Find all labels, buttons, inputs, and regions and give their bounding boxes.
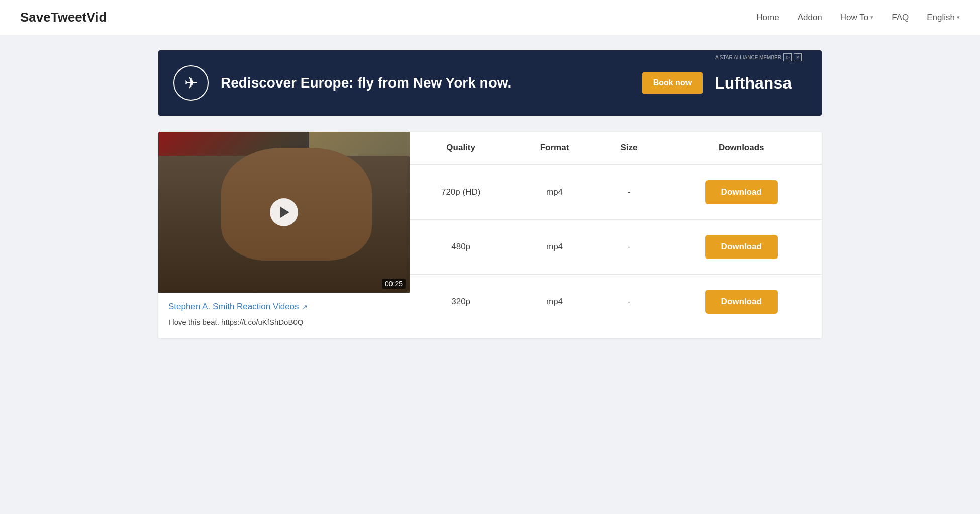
col-header-size: Size [597,132,661,164]
ad-info-icon[interactable]: ▷ [783,53,792,61]
cell-quality: 480p [410,220,512,275]
cell-download: Download [661,220,822,275]
external-link-icon: ↗ [302,303,308,311]
lufthansa-bird-icon: ✈ [184,73,198,93]
video-panel: 00:25 Stephen A. Smith Reaction Videos ↗… [158,132,410,338]
download-button-1[interactable]: Download [705,235,778,259]
cell-format: mp4 [512,275,597,329]
col-header-quality: Quality [410,132,512,164]
ad-top-right: A STAR ALLIANCE MEMBER ▷ ✕ [715,53,802,61]
video-title-link[interactable]: Stephen A. Smith Reaction Videos ↗ [168,302,400,312]
nav-howto[interactable]: How To ▾ [840,13,873,23]
download-button-0[interactable]: Download [705,180,778,204]
video-title: Stephen A. Smith Reaction Videos [168,302,299,312]
ad-close-icon[interactable]: ✕ [794,53,802,61]
col-header-format: Format [512,132,597,164]
cell-format: mp4 [512,164,597,220]
video-duration: 00:25 [382,279,406,289]
chevron-down-icon: ▾ [957,14,960,21]
cell-download: Download [661,275,822,329]
cell-format: mp4 [512,220,597,275]
ad-brand-name: Lufthansa [715,74,807,93]
cell-size: - [597,164,661,220]
star-alliance-text: A STAR ALLIANCE MEMBER [715,55,781,60]
download-table-panel: Quality Format Size Downloads 720p (HD) … [410,132,822,338]
cell-size: - [597,220,661,275]
cell-quality: 720p (HD) [410,164,512,220]
cell-size: - [597,275,661,329]
download-button-2[interactable]: Download [705,290,778,314]
cell-quality: 320p [410,275,512,329]
nav-english[interactable]: English ▾ [927,13,960,23]
video-face [221,148,372,261]
chevron-down-icon: ▾ [870,14,873,21]
download-table: Quality Format Size Downloads 720p (HD) … [410,132,822,329]
cell-download: Download [661,164,822,220]
table-row: 480p mp4 - Download [410,220,822,275]
ad-book-button[interactable]: Book now [642,72,703,94]
table-row: 320p mp4 - Download [410,275,822,329]
play-button[interactable] [270,198,298,226]
nav-addon[interactable]: Addon [798,13,822,23]
table-header-row: Quality Format Size Downloads [410,132,822,164]
main-content: A STAR ALLIANCE MEMBER ▷ ✕ ✈ Rediscover … [138,35,842,354]
content-area: 00:25 Stephen A. Smith Reaction Videos ↗… [158,132,822,338]
nav-home[interactable]: Home [756,13,779,23]
site-header: SaveTweetVid Home Addon How To ▾ FAQ Eng… [0,0,980,35]
site-logo[interactable]: SaveTweetVid [20,10,107,25]
table-row: 720p (HD) mp4 - Download [410,164,822,220]
ad-content: ✈ Rediscover Europe: fly from New York n… [158,55,822,111]
nav-faq[interactable]: FAQ [892,13,909,23]
col-header-downloads: Downloads [661,132,822,164]
play-icon [280,207,289,218]
video-info: Stephen A. Smith Reaction Videos ↗ I lov… [158,293,410,338]
video-thumbnail[interactable]: 00:25 [158,132,410,293]
main-nav: Home Addon How To ▾ FAQ English ▾ [756,13,960,23]
lufthansa-logo: ✈ [173,65,209,101]
video-description: I love this beat. https://t.co/uKfShDoB0… [168,317,400,328]
ad-headline: Rediscover Europe: fly from New York now… [221,74,630,92]
ad-banner: A STAR ALLIANCE MEMBER ▷ ✕ ✈ Rediscover … [158,50,822,116]
